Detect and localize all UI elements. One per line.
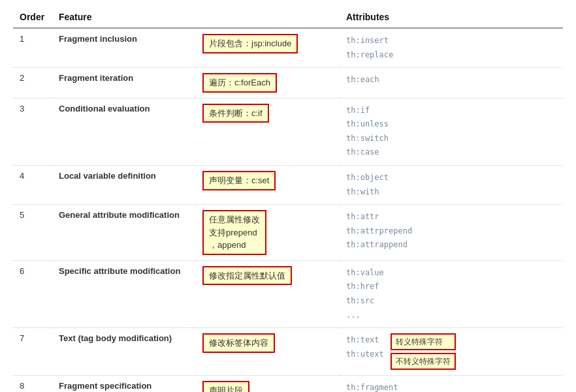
table-row-order: 8	[13, 376, 52, 392]
attr-value: th:text	[346, 333, 384, 348]
attr-value: th:object	[346, 171, 556, 185]
attr-value: th:case	[346, 145, 556, 160]
table-row-feature: Conditional evaluation	[52, 98, 196, 165]
attr-value: th:src	[346, 294, 556, 309]
attr-value: ...	[346, 309, 556, 323]
header-attributes: Attributes	[340, 7, 563, 28]
table-row-attributes: th:valueth:hrefth:src...	[340, 260, 563, 327]
table-row-attributes: th:fragment	[340, 376, 563, 392]
attr-value: th:attrappend	[346, 238, 556, 252]
attrs-tooltip-container: th:textth:utext转义特殊字符不转义特殊字符	[346, 333, 556, 370]
table-row-order: 6	[13, 260, 52, 327]
table-row-feature: Text (tag body modification)	[52, 328, 196, 376]
attr-value: th:with	[346, 185, 556, 200]
attr-value: th:unless	[346, 117, 556, 132]
table-row-chinese: 修改标签体内容	[196, 328, 340, 376]
table-row-attributes: th:textth:utext转义特殊字符不转义特殊字符	[340, 328, 563, 376]
extra-tooltip-box: 转义特殊字符	[391, 333, 456, 350]
table-row-chinese: 任意属性修改 支持prepend ，append	[196, 205, 340, 261]
header-order: Order	[13, 7, 52, 28]
attr-value: th:attrprepend	[346, 224, 556, 239]
table-row-order: 7	[13, 328, 52, 376]
table-row-feature: Fragment inclusion	[52, 28, 196, 68]
attr-value: th:switch	[346, 132, 556, 146]
attr-value: th:href	[346, 280, 556, 294]
table-row-order: 4	[13, 166, 52, 205]
table-row-chinese: 声明片段	[196, 376, 340, 392]
table-row-order: 3	[13, 98, 52, 165]
table-row-chinese: 声明变量：c:set	[196, 166, 340, 205]
table-row-order: 2	[13, 68, 52, 98]
attr-value: th:if	[346, 104, 556, 118]
table-row-feature: Specific attribute modification	[52, 260, 196, 327]
table-row-order: 1	[13, 28, 52, 68]
table-row-chinese: 修改指定属性默认值	[196, 260, 340, 327]
extra-tooltip-box: 不转义特殊字符	[391, 353, 456, 370]
table-row-feature: Fragment specification	[52, 376, 196, 392]
attr-value: th:each	[346, 73, 556, 87]
table-row-attributes: th:attrth:attrprependth:attrappend	[340, 205, 563, 261]
attr-value: th:replace	[346, 48, 556, 63]
attr-value: th:fragment	[346, 381, 556, 392]
header-feature: Feature	[52, 7, 196, 28]
attr-value: th:value	[346, 266, 556, 280]
table-row-feature: Fragment iteration	[52, 68, 196, 98]
attr-value: th:utext	[346, 348, 384, 362]
table-row-attributes: th:objectth:with	[340, 166, 563, 205]
table-row-order: 5	[13, 205, 52, 261]
attr-value: th:insert	[346, 34, 556, 48]
table-row-feature: Local variable definition	[52, 166, 196, 205]
attr-value: th:attr	[346, 210, 556, 224]
table-row-attributes: th:insertth:replace	[340, 28, 563, 68]
table-row-chinese: 片段包含：jsp:include	[196, 28, 340, 68]
table-row-attributes: th:ifth:unlessth:switchth:case	[340, 98, 563, 165]
table-row-chinese: 遍历：c:forEach	[196, 68, 340, 98]
table-row-feature: General attribute modification	[52, 205, 196, 261]
header-chinese	[196, 7, 340, 28]
table-row-chinese: 条件判断：c:if	[196, 98, 340, 165]
table-row-attributes: th:each	[340, 68, 563, 98]
